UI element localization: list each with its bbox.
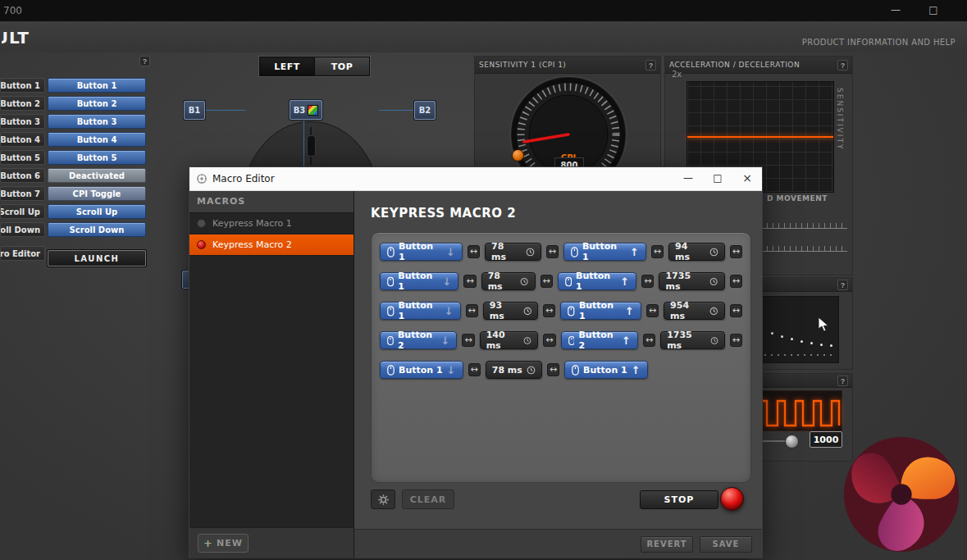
polling-slider-knob[interactable] (785, 435, 799, 448)
view-left-button[interactable]: LEFT (260, 57, 314, 75)
link-connector-icon: ↔ (730, 275, 742, 288)
assignment-value[interactable]: CPI Toggle (48, 186, 146, 201)
macro-item-bullet (197, 240, 206, 249)
macros-footer: + NEW (189, 527, 354, 558)
assignment-label: Button 4 (0, 132, 45, 147)
macro-button-event[interactable]: Button 1↓ (380, 243, 463, 261)
macro-button-event[interactable]: Button 1↓ (380, 361, 463, 379)
macro-delay-event[interactable]: 78 ms (481, 272, 536, 290)
clock-icon (709, 248, 718, 257)
revert-button[interactable]: REVERT (641, 536, 693, 553)
assignment-label: Button 1 (0, 78, 45, 93)
b2-chip[interactable]: B2 (414, 101, 436, 120)
macro-button-event[interactable]: Button 1↑ (563, 243, 646, 261)
record-indicator[interactable] (720, 487, 744, 511)
product-info-help-link[interactable]: PRODUCT INFORMATION AND HELP (802, 38, 956, 47)
macro-button-event[interactable]: Button 2↓ (380, 331, 457, 349)
macro-editor-titlebar[interactable]: Macro Editor — □ × (189, 167, 762, 191)
cpi-adjust-knob[interactable] (512, 149, 524, 162)
macro-button-label: Button 1 (576, 271, 616, 292)
chart-dot (830, 344, 832, 347)
assignment-label: Button 2 (0, 96, 45, 111)
acceleration-help-button[interactable]: ? (837, 60, 848, 71)
macro-button-event[interactable]: Button 1↓ (380, 302, 461, 320)
macro-delay-event[interactable]: 78 ms (486, 361, 542, 379)
macro-button-event[interactable]: Button 2↑ (561, 331, 638, 349)
macro-name-heading: KEYPRESS MACRO 2 (371, 206, 516, 221)
b3-chip[interactable]: B3 (290, 100, 322, 120)
new-macro-button[interactable]: + NEW (198, 534, 249, 553)
chart-baseline-dot (830, 354, 832, 356)
sensitivity-help-button[interactable]: ? (645, 60, 656, 71)
macro-delay-event[interactable]: 94 ms (668, 243, 725, 261)
launch-macro-editor-button[interactable]: LAUNCH (48, 250, 146, 266)
macro-delay-label: 954 ms (670, 300, 705, 321)
assignment-label: Button 7 (0, 186, 45, 201)
macro-delay-event[interactable]: 78 ms (485, 243, 541, 261)
arrow-down-icon: ↓ (445, 306, 454, 316)
macro-button-event[interactable]: Button 1↓ (380, 272, 458, 290)
window-maximize-button[interactable]: □ (923, 0, 944, 21)
assignment-row: Button 4Button 4 (0, 132, 146, 147)
mouse-cursor (817, 316, 831, 333)
macro-row: Button 2↓↔140 ms↔Button 2↑↔1735 ms↔ (380, 331, 742, 349)
assignment-value[interactable]: Deactivated (48, 168, 146, 183)
macro-list-item[interactable]: Keypress Macro 2 (189, 234, 354, 256)
link-connector-icon: ↔ (468, 245, 480, 258)
macro-button-event[interactable]: Button 1↑ (560, 302, 641, 320)
b1-chip[interactable]: B1 (184, 101, 205, 120)
assignment-value[interactable]: Scroll Up (48, 204, 146, 219)
assignment-row: Button 3Button 3 (0, 114, 146, 129)
mouse-icon (568, 306, 575, 316)
app-header: DEFAULT PRODUCT INFORMATION AND HELP (0, 21, 967, 52)
macro-delay-event[interactable]: 93 ms (483, 302, 538, 320)
view-top-button[interactable]: TOP (315, 57, 369, 75)
assignment-value[interactable]: Button 1 (48, 78, 146, 93)
assignment-value[interactable]: Button 5 (48, 150, 146, 165)
acceleration-curve[interactable] (687, 136, 833, 138)
button-assignment-list: Button 1Button 1Button 2Button 2Button 3… (0, 78, 146, 270)
link-connector-icon: ↔ (641, 275, 654, 288)
arrow-down-icon: ↓ (441, 335, 450, 346)
stop-record-button[interactable]: STOP (640, 490, 718, 509)
link-connector-icon: ↔ (466, 304, 478, 317)
arrow-down-icon: ↓ (443, 276, 452, 287)
macro-button-event[interactable]: Button 1↑ (564, 361, 648, 379)
modal-minimize-button[interactable]: — (673, 167, 703, 190)
assignment-value[interactable]: Button 2 (48, 96, 146, 111)
chart-dot (810, 342, 813, 344)
macro-button-label: Button 1 (579, 300, 621, 321)
macro-editor-title: Macro Editor (212, 173, 673, 184)
assignment-value[interactable]: Button 3 (48, 114, 146, 129)
chart-baseline-dot (764, 354, 766, 356)
clear-button[interactable]: CLEAR (402, 489, 454, 509)
window-minimize-button[interactable]: — (885, 0, 906, 21)
assignments-help-button[interactable]: ? (139, 56, 150, 66)
chart-dot (791, 338, 793, 340)
assignment-row: Macro EditorLAUNCH (0, 240, 146, 266)
assignment-value[interactable]: Button 4 (48, 132, 146, 147)
macro-list-item[interactable]: Keypress Macro 1 (189, 213, 354, 234)
app-window: 700 — □ DEFAULT PRODUCT INFORMATION AND … (0, 0, 967, 560)
mouse-icon (387, 335, 394, 346)
modal-close-button[interactable]: × (732, 167, 762, 190)
assignment-row: Scroll DownScroll Down (0, 222, 146, 237)
macro-button-label: Button 1 (398, 271, 438, 292)
chart-baseline-dot (817, 354, 819, 356)
assignment-value[interactable]: Scroll Down (48, 222, 146, 237)
macro-button-event[interactable]: Button 1↑ (558, 272, 636, 290)
macro-delay-event[interactable]: 954 ms (664, 302, 725, 320)
modal-maximize-button[interactable]: □ (703, 167, 732, 190)
brand-logo (842, 435, 961, 554)
macro-delay-label: 93 ms (490, 300, 519, 321)
link-connector-icon: ↔ (541, 275, 553, 288)
macro-delay-event[interactable]: 1735 ms (660, 331, 725, 349)
save-button[interactable]: SAVE (700, 536, 752, 553)
distance-help-button[interactable]: ? (837, 280, 848, 290)
assignment-row: Scroll UpScroll Up (0, 204, 146, 219)
polling-help-button[interactable]: ? (837, 376, 848, 386)
chart-baseline-dot (804, 354, 805, 356)
macro-delay-event[interactable]: 1735 ms (659, 272, 724, 290)
macro-delay-event[interactable]: 140 ms (480, 331, 539, 349)
macro-settings-button[interactable] (371, 489, 395, 509)
